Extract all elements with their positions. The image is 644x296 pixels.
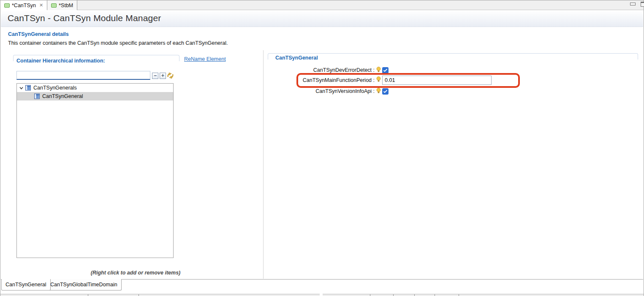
minimize-view-icon[interactable] xyxy=(630,3,636,5)
checkmark-icon xyxy=(383,68,388,72)
bottom-tab-cantsynglobaltimedomain[interactable]: CanTSynGlobalTimeDomain xyxy=(46,279,122,291)
maximize-view-icon[interactable] xyxy=(641,2,644,7)
checkmark-icon xyxy=(383,90,388,93)
bottom-tab-cantsyngeneral[interactable]: CanTSynGeneral xyxy=(1,279,51,291)
tree-item-label: CanTSynGenerals xyxy=(33,85,77,91)
param-label-mainfunctionperiod: CanTSynMainFunctionPeriod : xyxy=(268,77,375,83)
right-section-border xyxy=(268,53,638,60)
bottom-tab-label: CanTSynGlobalTimeDomain xyxy=(50,282,117,288)
module-tab-icon xyxy=(4,3,10,8)
bottom-tab-label: CanTSynGeneral xyxy=(5,282,46,288)
bulb-icon xyxy=(376,67,381,73)
editor-tab-bar: *CanTSyn ✕ *StbM xyxy=(0,0,644,10)
param-label-deverrordetect: CanTSynDevErrorDetect : xyxy=(268,67,375,73)
container-hierarchy-tree: CanTSynGenerals CanTSynGeneral xyxy=(16,83,174,258)
module-tab-icon xyxy=(51,3,57,8)
left-section-title: Container Hierarchical information: xyxy=(16,58,105,64)
collapse-all-button[interactable]: − xyxy=(152,73,158,79)
tree-item-label: CanTSynGeneral xyxy=(42,93,83,99)
tree-row-cantsyngenerals[interactable]: CanTSynGenerals xyxy=(17,84,173,92)
editor-window: *CanTSyn ✕ *StbM CanTSyn - CanTSyn Modul… xyxy=(0,0,644,296)
tab-label: *CanTSyn xyxy=(12,3,36,8)
param-label-versioninfoapi: CanTSynVersionInfoApi : xyxy=(268,88,375,94)
refresh-icon[interactable] xyxy=(166,72,174,79)
tab-stbm[interactable]: *StbM xyxy=(47,0,77,10)
tree-hint-text: (Right click to add or remove items) xyxy=(9,270,262,276)
container-doc-icon xyxy=(25,85,31,91)
bottom-tab-bar: CanTSynGeneral CanTSynGlobalTimeDomain xyxy=(1,279,643,291)
deverrordetect-checkbox[interactable] xyxy=(382,67,389,73)
rename-element-link[interactable]: ReName Element xyxy=(184,56,226,62)
expand-all-icon: + xyxy=(161,73,164,78)
close-icon[interactable]: ✕ xyxy=(39,3,43,8)
tab-label: *StbM xyxy=(59,3,73,8)
collapse-all-icon: − xyxy=(154,73,157,78)
tree-row-cantsyngeneral[interactable]: CanTSynGeneral xyxy=(17,92,173,100)
bottom-cutoff-strip xyxy=(0,294,644,296)
versioninfoapi-checkbox[interactable] xyxy=(382,88,389,95)
title-band: CanTSyn - CanTSyn Module Manager xyxy=(1,10,643,27)
right-section-title: CanTSynGeneral xyxy=(275,55,318,61)
page-title: CanTSyn - CanTSyn Module Manager xyxy=(8,13,161,23)
mainfunctionperiod-input[interactable] xyxy=(382,76,492,85)
tab-cantsyn[interactable]: *CanTSyn ✕ xyxy=(0,0,47,10)
container-doc-icon xyxy=(34,93,40,99)
details-description: This container containers the CanTSyn mo… xyxy=(8,40,228,46)
panel-divider xyxy=(263,50,264,279)
expand-all-button[interactable]: + xyxy=(160,73,166,79)
bulb-icon xyxy=(376,76,381,83)
tree-filter-input[interactable] xyxy=(16,71,150,80)
details-heading: CanTSynGeneral details xyxy=(8,31,69,37)
chevron-down-icon[interactable] xyxy=(19,86,24,90)
bulb-icon xyxy=(376,88,381,94)
